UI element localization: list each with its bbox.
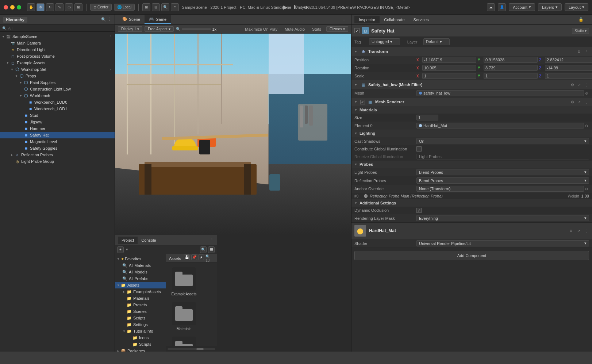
hierarchy-light-probe-group[interactable]: ◎ Light Probe Group bbox=[0, 158, 115, 165]
hierarchy-hammer[interactable]: ◼ Hammer bbox=[0, 125, 115, 132]
pivot-local-btn[interactable]: 🌐 Local bbox=[114, 4, 135, 11]
anchor-override-ref[interactable]: None (Transform) bbox=[416, 186, 584, 192]
move-tool[interactable]: ✥ bbox=[36, 3, 45, 11]
assets-save-btn[interactable]: 💾 bbox=[184, 254, 190, 260]
hierarchy-safety-hat[interactable]: ◼ Safety Hat bbox=[0, 132, 115, 138]
scene-more[interactable]: ⋮ bbox=[107, 34, 113, 39]
pos-x-input[interactable] bbox=[422, 57, 476, 63]
hierarchy-paint-supplies[interactable]: ⬡ Paint Supplies bbox=[0, 79, 115, 86]
hierarchy-example-assets[interactable]: ◻ Example Assets bbox=[0, 60, 115, 66]
example-assets-folder[interactable]: 📁 ExampleAssets bbox=[115, 288, 166, 295]
mesh-filter-header[interactable]: ▼ ▦ Safety_hat_low (Mesh Filter) ⚙ ↗ ⋮ bbox=[351, 80, 592, 89]
maximize-btn[interactable] bbox=[17, 5, 21, 9]
mr-settings[interactable]: ⚙ bbox=[570, 100, 575, 104]
services-tab[interactable]: Services bbox=[409, 16, 433, 23]
mute-audio-btn[interactable]: Mute Audio bbox=[282, 26, 307, 32]
scale-y-input[interactable] bbox=[484, 73, 538, 79]
hierarchy-more-icon[interactable]: ⋮ bbox=[108, 17, 112, 22]
pause-button[interactable]: ⏸ bbox=[290, 3, 300, 11]
element0-select[interactable]: ⊙ bbox=[584, 123, 589, 128]
scenes-folder[interactable]: 📁 Scenes bbox=[115, 308, 166, 315]
inspector-more-icon[interactable]: ⋮ bbox=[585, 17, 589, 22]
hierarchy-reflection-probes[interactable]: ○ Reflection Probes bbox=[0, 152, 115, 158]
hierarchy-wb-lod1[interactable]: ◼ Workbench_LOD1 bbox=[0, 106, 115, 112]
viewport-more[interactable]: ⋮ bbox=[340, 16, 348, 23]
scale-x-input[interactable] bbox=[422, 73, 476, 79]
transform-menu[interactable]: ⋮ bbox=[583, 49, 589, 54]
rotate-tool[interactable]: ↻ bbox=[46, 3, 54, 11]
collaborate-tab[interactable]: Collaborate bbox=[380, 16, 409, 23]
rot-z-input[interactable] bbox=[545, 65, 592, 71]
project-search-btn[interactable]: 🔍 bbox=[200, 246, 207, 253]
layers-btn[interactable]: Layers ▾ bbox=[538, 3, 562, 11]
hierarchy-stud[interactable]: ◼ Stud bbox=[0, 112, 115, 119]
light-probes-dropdown[interactable]: Blend Probes ▾ bbox=[416, 169, 589, 175]
tag-select[interactable]: Untagged ▾ bbox=[369, 38, 400, 45]
workshop-more[interactable]: › bbox=[107, 66, 113, 72]
mf-link[interactable]: ↗ bbox=[577, 83, 582, 87]
mat-link[interactable]: ↗ bbox=[576, 229, 581, 233]
hierarchy-props[interactable]: ⬡ Props bbox=[0, 73, 115, 79]
assets-pin-btn[interactable]: 📌 bbox=[191, 254, 197, 260]
step-button[interactable]: ⏭ bbox=[301, 3, 311, 11]
game-viewport[interactable] bbox=[115, 34, 351, 235]
all-prefabs[interactable]: 🔍 All Prefabs bbox=[115, 275, 166, 282]
play-button[interactable]: ▶ bbox=[281, 3, 289, 11]
rendering-layer-dropdown[interactable]: Everything ▾ bbox=[416, 215, 589, 221]
transform-header[interactable]: ▼ ⊕ Transform ⚙ ⋮ bbox=[351, 47, 592, 56]
add-component-btn[interactable]: Add Component bbox=[354, 251, 589, 260]
assets-root[interactable]: 📁 Assets bbox=[115, 282, 166, 288]
mesh-ref-field[interactable]: safety_hat_low bbox=[416, 90, 584, 96]
account-btn[interactable]: Account ▾ bbox=[509, 3, 535, 11]
rect-tool[interactable]: ▭ bbox=[65, 3, 73, 11]
element0-ref[interactable]: HardHat_Mat bbox=[416, 123, 584, 129]
custom-tool[interactable]: ⊞ bbox=[74, 3, 82, 11]
hierarchy-magnetic-level[interactable]: ◼ Magnetic Level bbox=[0, 138, 115, 145]
minimize-btn[interactable] bbox=[10, 5, 15, 9]
close-btn[interactable] bbox=[4, 5, 8, 9]
snap-tool[interactable]: ⊞ bbox=[142, 3, 150, 11]
console-tab[interactable]: Console bbox=[138, 237, 159, 244]
hierarchy-safety-goggles[interactable]: ◼ Safety Goggles bbox=[0, 145, 115, 152]
tutorial-folder[interactable]: 📁 TutorialInfo bbox=[115, 328, 166, 334]
asset-materials[interactable]: Materials bbox=[170, 302, 197, 331]
scale-z-input[interactable] bbox=[545, 73, 592, 79]
mr-enabled-check[interactable]: ✓ bbox=[360, 100, 365, 104]
hierarchy-tab[interactable]: Hierarchy bbox=[3, 17, 27, 23]
pivot-center-btn[interactable]: ⊙ Center bbox=[90, 4, 112, 11]
mr-menu[interactable]: ⋮ bbox=[583, 100, 589, 104]
dynamic-occlusion-check[interactable]: ✓ bbox=[416, 208, 422, 213]
rot-y-input[interactable] bbox=[484, 65, 538, 71]
presets-folder[interactable]: 📁 Presets bbox=[115, 302, 166, 308]
tutorial-scripts-folder[interactable]: 📁 Scripts bbox=[115, 341, 166, 348]
mr-link[interactable]: ↗ bbox=[577, 100, 582, 104]
scale-slider-track[interactable] bbox=[182, 28, 211, 30]
go-name[interactable]: Safety Hat bbox=[371, 28, 570, 34]
scripts-folder[interactable]: 📁 Scripts bbox=[115, 315, 166, 321]
layout-btn[interactable]: Layout ▾ bbox=[565, 3, 588, 11]
hierarchy-construction-light[interactable]: ⬡ Construction Light Low bbox=[0, 86, 115, 92]
hierarchy-jigsaw[interactable]: ◼ Jigsaw bbox=[0, 119, 115, 125]
project-more[interactable]: ⋮ bbox=[210, 238, 214, 242]
all-materials[interactable]: 🔍 All Materials bbox=[115, 262, 166, 269]
pos-z-input[interactable] bbox=[545, 57, 592, 63]
cast-shadows-dropdown[interactable]: On ▾ bbox=[416, 138, 589, 144]
asset-presets[interactable]: Presets bbox=[170, 337, 197, 346]
search-tool[interactable]: 🔍 bbox=[161, 3, 169, 11]
maximize-on-play-btn[interactable]: Maximize On Play bbox=[243, 26, 280, 32]
inspector-tab[interactable]: Inspector bbox=[354, 16, 380, 23]
go-active-checkbox[interactable]: ✓ bbox=[354, 28, 360, 33]
game-tab[interactable]: 🎮 Game bbox=[145, 15, 171, 24]
reflection-probes-dropdown[interactable]: Blend Probes ▾ bbox=[416, 177, 589, 184]
hierarchy-workbench[interactable]: ⬡ Workbench bbox=[0, 92, 115, 99]
layer-select[interactable]: Default ▾ bbox=[423, 38, 450, 45]
hierarchy-directional-light[interactable]: ☀ Directional Light bbox=[0, 46, 115, 53]
display-btn[interactable]: Display 1 ▾ bbox=[118, 26, 142, 32]
icons-folder[interactable]: 📁 Icons bbox=[115, 334, 166, 341]
hierarchy-scene-root[interactable]: 🎬 SampleScene ⋮ bbox=[0, 33, 115, 40]
mat-menu[interactable]: ⋮ bbox=[583, 229, 589, 233]
materials-folder[interactable]: 📁 Materials bbox=[115, 295, 166, 302]
stats-btn[interactable]: Stats bbox=[310, 26, 323, 32]
mat-settings[interactable]: ⚙ bbox=[568, 229, 574, 233]
assets-scrollbar[interactable] bbox=[166, 346, 217, 352]
